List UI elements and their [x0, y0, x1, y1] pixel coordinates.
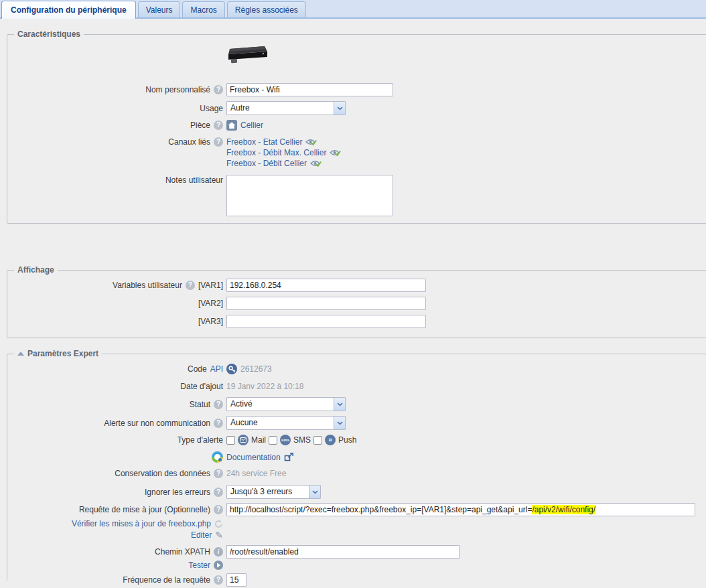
api-link[interactable]: API	[210, 364, 223, 374]
piece-link-label: Cellier	[240, 121, 263, 130]
piece-link[interactable]: Cellier	[226, 120, 263, 131]
row-tester: Tester	[7, 560, 706, 571]
tester-link[interactable]: Tester	[188, 560, 210, 571]
help-icon[interactable]: ?	[214, 419, 223, 428]
eye-icon	[330, 149, 341, 157]
usage-select-value: Autre	[227, 102, 334, 115]
type-alerte-label: Type d'alerte	[178, 435, 223, 445]
tab-regles-associees[interactable]: Règles associées	[227, 1, 306, 17]
documentation-link-label: Documentation	[226, 453, 281, 462]
sms-checkbox[interactable]	[269, 436, 277, 445]
verifier-maj-link[interactable]: Vérifier les mises à jour de freebox.php	[72, 518, 211, 529]
refresh-icon[interactable]	[214, 520, 223, 528]
row-conservation: Conservation des données ? 24h service F…	[7, 468, 706, 479]
statut-label: Statut	[190, 399, 210, 410]
row-requete-mise-a-jour: Requête de mise à jour (Optionnelle) ? h…	[7, 503, 706, 516]
help-icon[interactable]: ?	[214, 137, 223, 147]
mail-icon	[238, 435, 249, 445]
variables-utilisateur-label: Variables utilisateur	[113, 280, 182, 291]
device-photo	[223, 43, 271, 66]
requete-url-prefix: http://localhost/script/?exec=freebox.ph…	[230, 505, 532, 514]
row-var3: [VAR3]	[7, 315, 706, 328]
help-icon[interactable]: ?	[214, 85, 223, 94]
help-icon[interactable]: ?	[214, 575, 223, 585]
tab-macros[interactable]: Macros	[182, 1, 224, 17]
conservation-label: Conservation des données	[115, 468, 210, 479]
alerte-label: Alerte sur non communication	[104, 418, 210, 429]
tab-configuration[interactable]: Configuration du périphérique	[1, 1, 136, 19]
section-caracteristiques: Caractéristiques Nom personnalisé ? Usag…	[7, 29, 706, 224]
statut-select[interactable]: Activé	[226, 397, 346, 411]
code-label: Code	[188, 364, 207, 374]
row-code-api: Code API 2612673	[7, 364, 706, 374]
date-ajout-value: 19 Janv 2022 à 10:18	[226, 382, 303, 391]
chevron-down-icon	[309, 486, 320, 498]
help-icon[interactable]: ?	[214, 505, 223, 514]
help-icon[interactable]: ?	[214, 400, 223, 409]
documentation-icon	[212, 451, 223, 463]
ignorer-erreurs-select[interactable]: Jusqu'à 3 erreurs	[226, 485, 321, 499]
alerte-select[interactable]: Aucune	[226, 416, 346, 430]
alert-type-mail-label: Mail	[251, 435, 266, 445]
canal-link-etat-cellier[interactable]: Freebox - Etat Cellier	[226, 137, 317, 147]
requete-url-highlighted: /api/v2/wifi/config/	[532, 505, 595, 514]
canal-link-label: Freebox - Etat Cellier	[226, 137, 302, 147]
chemin-xpath-label: Chemin XPATH	[155, 546, 210, 557]
canal-link-debit-cellier[interactable]: Freebox - Débit Cellier	[226, 158, 322, 169]
info-icon[interactable]: i	[214, 547, 223, 557]
usage-select[interactable]: Autre	[226, 101, 346, 115]
sms-icon: sms	[280, 435, 291, 445]
chevron-down-icon	[334, 417, 345, 429]
row-editer: Editer ✎	[7, 530, 706, 540]
row-verifier-maj: Vérifier les mises à jour de freebox.php	[7, 518, 706, 529]
row-ignorer-erreurs: Ignorer les erreurs ? Jusqu'à 3 erreurs	[7, 485, 706, 499]
var3-input[interactable]	[226, 315, 426, 328]
date-ajout-label: Date d'ajout	[180, 381, 223, 392]
push-checkbox[interactable]	[313, 436, 322, 445]
canal-link-debit-max-cellier[interactable]: Freebox - Débit Max. Cellier	[226, 147, 341, 158]
var2-input[interactable]	[226, 297, 426, 310]
row-frequence: Fréquence de la requête ?	[7, 573, 706, 587]
parametres-expert-legend-label: Paramètres Expert	[27, 349, 98, 358]
xpath-input[interactable]: /root/result/enabled	[226, 545, 460, 559]
row-piece: Pièce ? Cellier	[7, 120, 706, 131]
notes-utilisateur-textarea[interactable]	[226, 175, 393, 216]
var3-name: [VAR3]	[198, 316, 223, 327]
pencil-icon[interactable]: ✎	[215, 530, 223, 540]
tab-bar: Configuration du périphérique Valeurs Ma…	[0, 0, 706, 19]
alert-type-sms-label: SMS	[293, 435, 311, 445]
section-affichage-legend: Affichage	[14, 265, 58, 275]
canal-link-label: Freebox - Débit Max. Cellier	[226, 147, 326, 158]
row-type-alerte: Type d'alerte Mail sms SMS » Push	[7, 435, 706, 445]
documentation-link[interactable]: Documentation	[226, 453, 293, 462]
mail-checkbox[interactable]	[226, 436, 235, 445]
var1-input[interactable]	[226, 279, 426, 292]
eye-icon	[305, 138, 317, 146]
ignorer-erreurs-select-value: Jusqu'à 3 erreurs	[227, 486, 309, 498]
chevron-down-icon	[334, 398, 345, 411]
play-icon[interactable]	[214, 561, 223, 570]
help-icon[interactable]: ?	[214, 488, 223, 497]
row-usage: Usage Autre	[7, 101, 706, 115]
section-parametres-expert-legend[interactable]: Paramètres Expert	[14, 349, 102, 358]
help-icon[interactable]: ?	[214, 121, 223, 130]
help-icon[interactable]: ?	[186, 281, 195, 290]
external-link-icon	[284, 453, 293, 461]
section-parametres-expert: Paramètres Expert Code API 2612673 Date …	[7, 349, 706, 581]
statut-select-value: Activé	[227, 398, 334, 411]
frequence-label: Fréquence de la requête	[123, 575, 210, 585]
frequence-input[interactable]	[226, 573, 246, 587]
canaux-lies-label: Canaux liés	[168, 137, 210, 147]
editer-link[interactable]: Editer	[191, 530, 212, 540]
conservation-value: 24h service Free	[226, 469, 286, 478]
ignorer-erreurs-label: Ignorer les erreurs	[145, 487, 210, 498]
key-icon	[226, 364, 237, 374]
requete-url-input[interactable]: http://localhost/script/?exec=freebox.ph…	[226, 503, 695, 516]
row-notes-utilisateur: Notes utilisateur	[7, 175, 706, 216]
nom-personnalise-input[interactable]	[226, 83, 393, 96]
tab-valeurs[interactable]: Valeurs	[138, 1, 181, 17]
collapse-arrow-icon[interactable]	[17, 352, 24, 356]
section-caracteristiques-legend: Caractéristiques	[14, 29, 84, 39]
help-icon[interactable]: ?	[214, 469, 223, 478]
var2-name: [VAR2]	[198, 298, 223, 309]
